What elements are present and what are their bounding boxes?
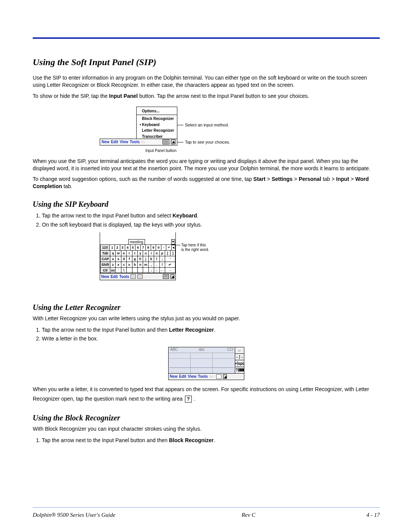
key[interactable]: u: [143, 250, 148, 256]
key[interactable]: [137, 267, 143, 273]
key[interactable]: 123: [100, 244, 109, 250]
top-rule: [33, 37, 380, 39]
key[interactable]: ;: [159, 256, 165, 262]
arrow-buttons[interactable]: ←→: [235, 353, 244, 360]
sip-toolbar: New Edit View Tools ↑↓: [100, 139, 177, 145]
soft-keyboard[interactable]: 1231234567890-=◄Tabqwertyuiop[]CAPasdfgh…: [100, 244, 175, 273]
key[interactable]: 7: [140, 244, 146, 250]
key[interactable]: `: [115, 267, 121, 273]
input-panel-arrow[interactable]: [223, 374, 227, 379]
key[interactable]: w: [115, 250, 121, 256]
key[interactable]: →: [165, 267, 175, 273]
key[interactable]: k: [148, 256, 154, 262]
key[interactable]: q: [110, 250, 115, 256]
key[interactable]: ,: [148, 262, 154, 267]
key[interactable]: g: [132, 256, 137, 262]
footer-left: Dolphin® 9500 Series User's Guide: [33, 512, 115, 518]
input-panel-button[interactable]: [162, 139, 169, 144]
text: To change word suggestion options, such …: [33, 176, 253, 182]
step: On the soft keyboard that is displayed, …: [42, 221, 380, 229]
key[interactable]: 8: [145, 244, 151, 250]
key[interactable]: x: [115, 262, 121, 267]
key[interactable]: =: [166, 244, 171, 250]
menu-item-letter[interactable]: Letter Recognizer: [139, 128, 175, 134]
key[interactable]: r: [126, 250, 132, 256]
keyboard-steps: Tap the arrow next to the Input Panel bu…: [33, 212, 380, 229]
key[interactable]: c: [121, 262, 126, 267]
key[interactable]: ↑: [154, 267, 159, 273]
key[interactable]: 3: [120, 244, 125, 250]
backspace-button[interactable]: ←: [235, 347, 244, 353]
key[interactable]: 6: [135, 244, 140, 250]
key[interactable]: f: [126, 256, 132, 262]
key[interactable]: [: [165, 250, 170, 256]
key[interactable]: 2: [115, 244, 120, 250]
key[interactable]: j: [143, 256, 148, 262]
tb-new[interactable]: New: [102, 140, 110, 144]
heading-block-recognizer: Using the Block Recognizer: [33, 414, 380, 422]
key[interactable]: m: [143, 262, 148, 267]
key[interactable]: ◄: [171, 244, 175, 250]
key[interactable]: Shift: [100, 262, 110, 267]
key[interactable]: o: [154, 250, 159, 256]
tb-edit[interactable]: Edit: [111, 140, 118, 144]
input-panel-arrow[interactable]: [170, 274, 174, 279]
key[interactable]: y: [137, 250, 143, 256]
key[interactable]: [143, 267, 148, 273]
key[interactable]: ]: [170, 250, 175, 256]
key[interactable]: v: [126, 262, 132, 267]
tb-new[interactable]: New: [101, 275, 109, 279]
key[interactable]: p: [159, 250, 165, 256]
tb-edit[interactable]: Edit: [179, 374, 186, 379]
input-panel-button[interactable]: [163, 274, 169, 279]
key[interactable]: 9: [151, 244, 156, 250]
key[interactable]: CAP: [100, 256, 110, 262]
writing-area[interactable]: [169, 353, 235, 373]
key[interactable]: s: [115, 256, 121, 262]
key[interactable]: Tab: [100, 250, 110, 256]
key[interactable]: -: [161, 244, 166, 250]
key[interactable]: ↵: [165, 262, 175, 267]
key[interactable]: Ctl: [100, 267, 110, 273]
tb-view[interactable]: View: [188, 374, 196, 379]
key[interactable]: h: [137, 256, 143, 262]
help-kbd[interactable]: ?⌨: [235, 367, 244, 373]
key[interactable]: [132, 267, 137, 273]
suggested-word[interactable]: meeting: [128, 239, 145, 244]
key[interactable]: z: [110, 262, 115, 267]
menu-item-block[interactable]: Block Recognizer: [139, 116, 175, 122]
key[interactable]: 1: [109, 244, 115, 250]
key[interactable]: 5: [130, 244, 135, 250]
key[interactable]: áü: [110, 267, 115, 273]
tb-tools[interactable]: Tools: [119, 275, 129, 279]
key[interactable]: i: [148, 250, 154, 256]
key[interactable]: a: [110, 256, 115, 262]
tb-view[interactable]: View: [119, 140, 128, 144]
tb-tools[interactable]: Tools: [198, 374, 208, 379]
key[interactable]: ': [165, 256, 175, 262]
key[interactable]: .: [154, 262, 159, 267]
tb-new[interactable]: New: [170, 374, 178, 379]
key[interactable]: b: [132, 262, 137, 267]
step: Tap the arrow next to the Input Panel bu…: [42, 436, 380, 445]
key[interactable]: t: [132, 250, 137, 256]
key[interactable]: /: [159, 262, 165, 267]
key[interactable]: [126, 267, 132, 273]
key[interactable]: l: [154, 256, 159, 262]
key[interactable]: 0: [156, 244, 161, 250]
key[interactable]: ↓: [148, 267, 154, 273]
key[interactable]: ←: [159, 267, 165, 273]
tb-tools[interactable]: Tools: [130, 140, 140, 144]
input-panel-arrow[interactable]: [171, 139, 175, 144]
key[interactable]: \: [121, 267, 126, 273]
pen-icon[interactable]: [216, 374, 221, 379]
menu-item-keyboard[interactable]: Keyboard: [139, 122, 175, 128]
key[interactable]: n: [137, 262, 143, 267]
key[interactable]: e: [121, 250, 126, 256]
menu-item-options[interactable]: Options...: [139, 108, 175, 114]
key[interactable]: d: [121, 256, 126, 262]
dropdown-icon[interactable]: [171, 239, 175, 244]
tb-edit[interactable]: Edit: [111, 275, 118, 279]
key[interactable]: 4: [125, 244, 130, 250]
enter-spc[interactable]: ↵spc: [235, 360, 244, 366]
